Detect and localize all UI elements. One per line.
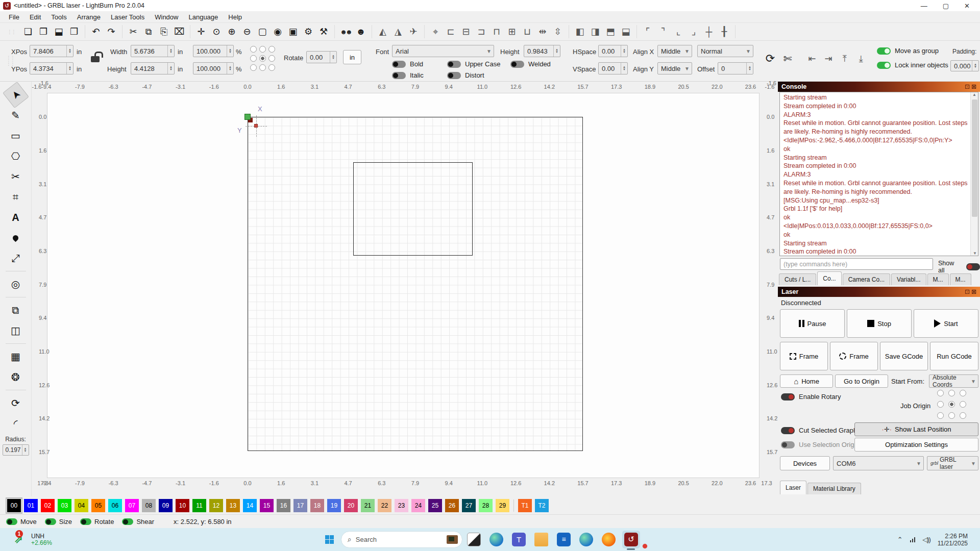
palette-swatch-02[interactable]: 02 [41,499,55,512]
pan-icon[interactable]: ✛ [194,25,208,38]
job-origin-grid[interactable] [937,390,966,419]
maximize-button[interactable]: ▢ [943,2,949,10]
distribute-h-icon[interactable]: ⇹ [536,25,549,38]
dock-tab-m[interactable]: M... [950,273,971,285]
width-percent-field[interactable]: 100.000▲▼ [193,45,234,57]
palette-swatch-28[interactable]: 28 [479,499,493,512]
hspace-spinner[interactable]: ▲▼ [621,45,627,57]
palette-swatch-04[interactable]: 04 [75,499,88,512]
padding-spinner[interactable]: ▲▼ [972,61,978,71]
palette-swatch-08[interactable]: 08 [142,499,156,512]
align-top-icon[interactable]: ⊓ [490,25,503,38]
marquee-tool-icon[interactable]: ⌗ [6,188,26,206]
palette-swatch-13[interactable]: 13 [226,499,240,512]
minimize-button[interactable]: — [921,2,927,10]
status-toggle-move[interactable]: Move [6,518,37,525]
go-to-origin-button[interactable]: Go to Origin [835,374,888,388]
boolean-tool-icon[interactable]: ◫ [6,321,26,340]
menu-tools[interactable]: Tools [46,12,71,22]
lock-inner-objects-toggle[interactable]: Lock inner objects [877,61,948,69]
align-center-h-icon[interactable]: ⊟ [459,25,473,38]
radius-field[interactable]: 0.197▲▼ [3,444,29,456]
anchorgrid-radio[interactable] [268,64,275,71]
palette-swatch-10[interactable]: 10 [176,499,189,512]
move-laser-to-selection-icon[interactable]: ╂ [718,25,731,38]
anchorgrid-radio[interactable] [250,55,257,62]
joborigingrid-radio[interactable] [937,401,944,408]
joborigingrid-radio[interactable] [948,401,955,408]
widgets-button[interactable]: ⇗1 UNH+2.66% [14,533,52,546]
welded-toggle[interactable]: Welded [510,60,551,68]
joborigingrid-radio[interactable] [960,401,966,408]
joborigingrid-radio[interactable] [960,390,966,396]
dock-tab-m[interactable]: M... [927,273,949,285]
palette-swatch-21[interactable]: 21 [361,499,375,512]
volume-icon[interactable]: ◁)) [922,536,930,543]
xpos-spinner[interactable]: ▲▼ [66,45,73,57]
align-sel-bottom-icon[interactable]: ⬓ [619,25,632,38]
pause-button[interactable]: Pause [780,309,845,338]
use-selection-origin-toggle[interactable]: Use Selection Origin [781,441,860,448]
preview-icon[interactable]: ▣ [286,25,300,38]
dock-tab-cutsl[interactable]: Cuts / L... [779,273,816,285]
palette-swatch-22[interactable]: 22 [378,499,391,512]
camera-capture-icon[interactable]: ◉ [271,25,284,38]
cut-icon[interactable]: ✂ [127,25,140,38]
width-field[interactable]: 5.6736▲▼ [131,45,175,57]
dock-tab-co[interactable]: Co... [817,271,841,285]
frame-circle-button[interactable]: Frame [830,342,878,370]
align-sel-right-icon[interactable]: ◨ [589,25,602,38]
firefox-icon[interactable] [602,533,616,546]
align-sel-left-icon[interactable]: ◧ [573,25,586,38]
start-button[interactable]: Start [914,309,978,338]
palette-swatch-27[interactable]: 27 [462,499,476,512]
joborigingrid-radio[interactable] [937,390,944,396]
flip-vertical-icon[interactable]: ◭ [376,25,389,38]
copy-icon[interactable]: ⧉ [142,25,155,38]
joborigingrid-radio[interactable] [937,412,944,419]
save-icon[interactable]: ⬓ [52,25,65,38]
clock[interactable]: 2:26 PM11/21/2025 [938,533,968,547]
import-icon[interactable]: ❒ [67,25,81,38]
lightburn-icon[interactable]: ↺ [624,533,638,546]
palette-swatch-17[interactable]: 17 [293,499,307,512]
palette-swatch-09[interactable]: 09 [159,499,173,512]
stop-button[interactable]: Stop [847,309,912,338]
polygon-tool-icon[interactable]: ⎔ [6,147,26,165]
width-spinner[interactable]: ▲▼ [167,45,174,57]
frame-square-button[interactable]: Frame [780,342,828,370]
menu-window[interactable]: Window [150,12,183,22]
move-to-lower-left-icon[interactable]: ⌞ [672,25,685,38]
palette-swatch-14[interactable]: 14 [243,499,257,512]
palette-swatch-26[interactable]: 26 [445,499,459,512]
palette-swatch-24[interactable]: 24 [411,499,425,512]
ungroup-icon[interactable]: ☻ [354,25,368,38]
align-left-icon[interactable]: ⊏ [444,25,457,38]
grid-array-tool-icon[interactable]: ▦ [6,347,26,366]
trim-shapes-tool-icon[interactable]: ✂ [6,167,26,186]
joborigingrid-radio[interactable] [948,412,955,419]
cut-selected-graphics-toggle[interactable]: Cut Selected Graphics [781,427,865,434]
italic-toggle[interactable]: Italic [392,71,424,79]
font-dropdown[interactable]: Arial▼ [392,45,494,57]
palette-swatch-11[interactable]: 11 [192,499,206,512]
weld-shapes-tool-icon[interactable]: ⧉ [6,301,26,319]
device-dropdown[interactable]: grblGRBL laser▼ [927,456,978,470]
search-box[interactable]: ⌕ Search [341,531,462,548]
show-last-position-button[interactable]: ·✛·Show Last Position [854,422,978,436]
port-dropdown[interactable]: COM6▼ [833,456,924,470]
move-to-upper-right-icon[interactable]: ⌝ [656,25,670,38]
align-bottom-icon[interactable]: ⊔ [521,25,534,38]
move-to-upper-left-icon[interactable]: ⌜ [641,25,654,38]
palette-swatch-16[interactable]: 16 [277,499,290,512]
close-button[interactable]: ✕ [964,2,970,10]
device-settings-icon[interactable]: ⚒ [317,25,330,38]
anchorgrid-radio[interactable] [268,46,275,53]
distribute-v-icon[interactable]: ⇳ [551,25,565,38]
palette-swatch-25[interactable]: 25 [428,499,442,512]
rotate-field[interactable]: 0.00▲▼ [306,51,337,63]
selected-rectangle-shape[interactable] [353,162,473,256]
console-panel-title[interactable]: Console ⊡⊠ [778,82,980,92]
anchorgrid-radio[interactable] [259,46,266,53]
anchorgrid-radio[interactable] [259,64,266,71]
